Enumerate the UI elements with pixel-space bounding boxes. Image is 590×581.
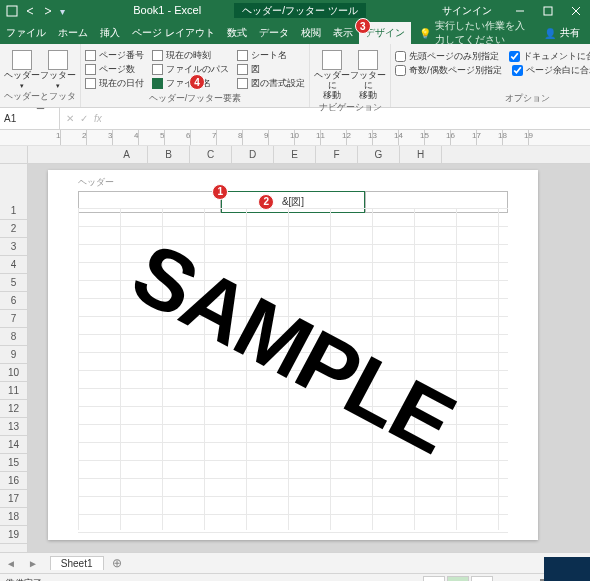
tab-data[interactable]: データ	[253, 22, 295, 44]
row-13[interactable]: 13	[0, 418, 27, 436]
sheet-name-button[interactable]: シート名	[237, 48, 305, 62]
header-center-value: &[図]	[282, 196, 304, 207]
row-headers: 1 2 3 4 5 6 7 8 9 10 11 12 13 14 15 16 1…	[0, 164, 28, 552]
picture-icon	[237, 64, 248, 75]
close-button[interactable]	[562, 0, 590, 22]
row-5[interactable]: 5	[0, 274, 27, 292]
row-10[interactable]: 10	[0, 364, 27, 382]
sheet-tabs-bar: ◄ ► Sheet1 ⊕	[0, 552, 590, 573]
signin-label[interactable]: サインイン	[428, 4, 506, 18]
odd-even-diff-checkbox[interactable]: 奇数/偶数ページ別指定	[395, 64, 502, 77]
align-margins-checkbox[interactable]: ページ余白に合わせて配置	[512, 64, 590, 77]
row-16[interactable]: 16	[0, 472, 27, 490]
share-label: 共有	[560, 26, 580, 40]
first-page-diff-checkbox[interactable]: 先頭ページのみ別指定	[395, 50, 499, 63]
goto-header-move: 移動	[323, 90, 341, 100]
tab-view[interactable]: 表示	[327, 22, 359, 44]
maximize-button[interactable]	[534, 0, 562, 22]
row-9[interactable]: 9	[0, 346, 27, 364]
view-page-layout-button[interactable]	[447, 576, 469, 582]
footer-button-label: フッター	[40, 71, 76, 81]
group-label-nav: ナビゲーション	[314, 101, 386, 116]
view-page-break-button[interactable]	[471, 576, 493, 582]
callout-1: 1	[212, 184, 228, 200]
tab-design-label: デザイン	[365, 26, 405, 40]
qat-customize-icon[interactable]: ▾	[60, 6, 65, 17]
row-1[interactable]: 1	[0, 202, 27, 220]
current-time-button[interactable]: 現在の時刻	[152, 48, 229, 62]
share-button[interactable]: 👤 共有	[534, 26, 590, 40]
row-6[interactable]: 6	[0, 292, 27, 310]
picture-button[interactable]: 図	[237, 62, 305, 76]
file-path-button[interactable]: ファイルのパス	[152, 62, 229, 76]
sheet-nav-prev[interactable]: ◄	[0, 558, 22, 569]
row-17[interactable]: 17	[0, 490, 27, 508]
col-H[interactable]: H	[400, 146, 442, 163]
share-icon: 👤	[544, 28, 556, 39]
horizontal-ruler: 12345678910111213141516171819	[0, 130, 590, 146]
undo-icon[interactable]	[24, 5, 36, 17]
svg-rect-2	[544, 7, 552, 15]
page-number-label: ページ番号	[99, 49, 144, 62]
sheet-nav-next[interactable]: ►	[22, 558, 44, 569]
status-ready: 準備完了	[6, 577, 42, 581]
current-date-button[interactable]: 現在の日付	[85, 76, 144, 90]
col-A[interactable]: A	[106, 146, 148, 163]
col-E[interactable]: E	[274, 146, 316, 163]
time-icon	[152, 50, 163, 61]
tab-insert[interactable]: 挿入	[94, 22, 126, 44]
row-19[interactable]: 19	[0, 526, 27, 544]
sheet-tab-sheet1[interactable]: Sheet1	[50, 556, 104, 570]
row-14[interactable]: 14	[0, 436, 27, 454]
scale-with-doc-checkbox[interactable]: ドキュメントに合わせて拡大/縮小	[509, 50, 590, 63]
col-C[interactable]: C	[190, 146, 232, 163]
pages-icon	[85, 64, 96, 75]
tell-me-box[interactable]: 💡 実行したい作業を入力してください	[411, 19, 534, 47]
window-title: Book1 - Excel ヘッダー/フッター ツール	[71, 4, 428, 18]
row-4[interactable]: 4	[0, 256, 27, 274]
group-options: 先頭ページのみ別指定 ドキュメントに合わせて拡大/縮小 奇数/偶数ページ別指定 …	[391, 44, 590, 107]
row-8[interactable]: 8	[0, 328, 27, 346]
formula-bar-row: A1 ✕ ✓ fx	[0, 108, 590, 130]
select-all-corner[interactable]	[0, 146, 28, 163]
first-page-diff-label: 先頭ページのみ別指定	[409, 50, 499, 63]
row-12[interactable]: 12	[0, 400, 27, 418]
row-15[interactable]: 15	[0, 454, 27, 472]
picture-format-button[interactable]: 図の書式設定	[237, 76, 305, 90]
group-navigation: ヘッダーに移動 フッターに移動 ナビゲーション	[310, 44, 391, 107]
row-3[interactable]: 3	[0, 238, 27, 256]
col-D[interactable]: D	[232, 146, 274, 163]
svg-rect-0	[7, 6, 17, 16]
redo-icon[interactable]	[42, 5, 54, 17]
tab-home[interactable]: ホーム	[52, 22, 94, 44]
footer-button[interactable]: フッター▾	[40, 46, 76, 90]
row-2[interactable]: 2	[0, 220, 27, 238]
add-sheet-button[interactable]: ⊕	[104, 556, 130, 570]
contextual-tool-label: ヘッダー/フッター ツール	[234, 3, 366, 18]
footer-icon	[48, 50, 68, 70]
pages-button[interactable]: ページ数	[85, 62, 144, 76]
tab-file[interactable]: ファイル	[0, 22, 52, 44]
quick-access-toolbar: ▾	[0, 5, 71, 17]
header-button[interactable]: ヘッダー▾	[4, 46, 40, 90]
name-box[interactable]: A1	[0, 108, 60, 130]
row-11[interactable]: 11	[0, 382, 27, 400]
goto-header-button[interactable]: ヘッダーに移動	[314, 46, 350, 101]
col-B[interactable]: B	[148, 146, 190, 163]
enter-formula-icon[interactable]: ✓	[80, 113, 88, 124]
tab-review[interactable]: 校閲	[295, 22, 327, 44]
tab-page-layout[interactable]: ページ レイアウト	[126, 22, 221, 44]
tab-design[interactable]: 3 デザイン	[359, 22, 411, 44]
col-F[interactable]: F	[316, 146, 358, 163]
save-icon[interactable]	[6, 5, 18, 17]
status-bar: 準備完了 − +	[0, 573, 590, 581]
view-normal-button[interactable]	[423, 576, 445, 582]
page-number-button[interactable]: ページ番号	[85, 48, 144, 62]
cancel-formula-icon[interactable]: ✕	[66, 113, 74, 124]
goto-footer-button[interactable]: フッターに移動	[350, 46, 386, 101]
col-G[interactable]: G	[358, 146, 400, 163]
tab-formulas[interactable]: 数式	[221, 22, 253, 44]
row-7[interactable]: 7	[0, 310, 27, 328]
fx-icon[interactable]: fx	[94, 113, 102, 124]
row-18[interactable]: 18	[0, 508, 27, 526]
